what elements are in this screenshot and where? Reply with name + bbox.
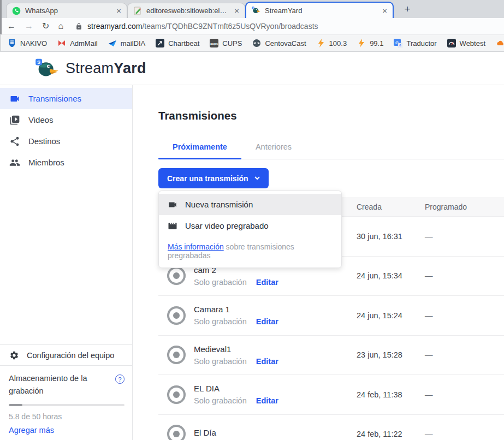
broadcast-title: Medieval1 bbox=[194, 344, 278, 354]
broadcast-title: EL DIA bbox=[194, 384, 278, 393]
header-created: Creada bbox=[357, 203, 425, 211]
gear-icon bbox=[9, 350, 19, 360]
storage-title: Almacenamiento de la grabación bbox=[9, 372, 100, 397]
sidebar-item-miembros[interactable]: Miembros bbox=[0, 152, 132, 173]
streamyard-header: S StreamYard bbox=[0, 52, 504, 85]
tab-streamyard[interactable]: S StreamYard × bbox=[245, 2, 394, 18]
add-more-link[interactable]: Agregar más bbox=[9, 426, 124, 435]
tab-close-icon[interactable]: × bbox=[382, 7, 387, 15]
bookmark-label: CentovaCast bbox=[265, 39, 306, 47]
editor-page-icon bbox=[133, 7, 142, 15]
tab-editoresweb[interactable]: editoresweb:sitioweb:eldia.co × bbox=[127, 3, 245, 18]
bookmark-admmail[interactable]: AdmMail bbox=[57, 39, 98, 47]
scheduled-cell: — bbox=[425, 232, 504, 241]
edit-link[interactable]: Editar bbox=[256, 317, 278, 326]
bookmark-label: Webtest bbox=[460, 39, 485, 47]
streamyard-favicon: S bbox=[252, 6, 260, 15]
tab-close-icon[interactable]: × bbox=[234, 7, 239, 15]
browser-window: WhatsApp × editoresweb:sitioweb:eldia.co… bbox=[0, 0, 504, 440]
tab-anteriores[interactable]: Anteriores bbox=[241, 142, 306, 159]
scheduled-cell: — bbox=[425, 271, 504, 280]
broadcast-subtitle: Solo grabación bbox=[194, 278, 247, 287]
tab-whatsapp[interactable]: WhatsApp × bbox=[6, 3, 127, 18]
svg-text:S: S bbox=[37, 60, 40, 65]
svg-text:cups: cups bbox=[210, 42, 218, 45]
mas-informacion-link[interactable]: Más información bbox=[168, 242, 224, 251]
tab-title: StreamYard bbox=[265, 7, 378, 15]
sidebar-item-videos[interactable]: Videos bbox=[0, 109, 132, 130]
created-cell: 24 jun, 15:24 bbox=[357, 311, 425, 320]
menu-item-video-pregrabado[interactable]: Usar video pregrabado bbox=[159, 215, 341, 236]
tab-title: editoresweb:sitioweb:eldia.co bbox=[146, 7, 230, 15]
url-path: /teams/TQDhBC9ZNTmft6z5UsQVRyon/broadcas… bbox=[142, 22, 318, 31]
tab-close-icon[interactable]: × bbox=[116, 7, 121, 15]
broadcast-tabs: Próximamente Anteriores bbox=[158, 142, 504, 159]
sidebar-bottom: Configuración del equipo Almacenamiento … bbox=[0, 344, 132, 440]
members-icon bbox=[9, 157, 20, 168]
brand-wordmark[interactable]: StreamYard bbox=[66, 60, 146, 77]
sidebar-item-transmisiones[interactable]: Transmisiones bbox=[0, 88, 132, 109]
bookmark-webtest[interactable]: Webtest bbox=[447, 39, 485, 47]
record-icon bbox=[167, 346, 186, 364]
bookmark-100-3[interactable]: 100.3 bbox=[317, 39, 347, 47]
streamyard-logo: S bbox=[35, 58, 59, 79]
bookmark-traductor[interactable]: Ga Traductor bbox=[394, 39, 436, 47]
video-library-icon bbox=[9, 115, 20, 126]
new-tab-button[interactable]: + bbox=[400, 2, 414, 16]
edit-link[interactable]: Editar bbox=[256, 278, 278, 287]
menu-item-label: Nueva transmisión bbox=[185, 200, 253, 209]
table-row[interactable]: El Día 24 feb, 11:22 — bbox=[158, 415, 504, 440]
maildia-icon bbox=[108, 39, 117, 47]
broadcast-subtitle: Solo grabación bbox=[194, 396, 247, 405]
header-programado: Programado bbox=[425, 203, 504, 211]
created-cell: 30 jun, 16:31 bbox=[357, 232, 425, 241]
address-bar[interactable]: streamyard.com/teams/TQDhBC9ZNTmft6z5UsQ… bbox=[75, 22, 318, 31]
help-icon[interactable]: ? bbox=[115, 374, 124, 384]
storage-usage: 5.8 de 50 horas bbox=[9, 412, 124, 421]
created-cell: 23 jun, 15:28 bbox=[357, 350, 425, 359]
page-title: Transmisiones bbox=[158, 109, 504, 122]
scheduled-cell: — bbox=[425, 311, 504, 320]
menu-item-label: Usar video pregrabado bbox=[185, 221, 269, 230]
bookmark-cups[interactable]: cups CUPS bbox=[210, 39, 242, 47]
main-content: Transmisiones Próximamente Anteriores Cr… bbox=[133, 85, 504, 440]
record-icon bbox=[167, 306, 186, 325]
team-settings-button[interactable]: Configuración del equipo bbox=[0, 344, 132, 365]
edit-link[interactable]: Editar bbox=[256, 396, 278, 405]
sidebar-item-destinos[interactable]: Destinos bbox=[0, 130, 132, 152]
browser-toolbar: ← → ↻ ⌂ streamyard.com/teams/TQDhBC9ZNTm… bbox=[0, 18, 504, 34]
home-icon[interactable]: ⌂ bbox=[58, 22, 63, 31]
reload-icon[interactable]: ↻ bbox=[42, 22, 49, 31]
table-row[interactable]: Camara 1 Solo grabaciónEditar 24 jun, 15… bbox=[158, 296, 504, 336]
create-broadcast-button[interactable]: Crear una transmisión bbox=[158, 168, 269, 188]
storage-progress bbox=[9, 404, 124, 406]
menu-item-nueva-transmision[interactable]: Nueva transmisión bbox=[159, 194, 341, 215]
table-row[interactable]: Medieval1 Solo grabaciónEditar 23 jun, 1… bbox=[158, 336, 504, 376]
bookmark-chartbeat[interactable]: Chartbeat bbox=[156, 39, 199, 47]
radio-bolt-icon bbox=[317, 39, 325, 47]
create-broadcast-wrap: Crear una transmisión Nueva transmisión … bbox=[158, 168, 269, 188]
dropdown-info: Más información sobre transmisiones preg… bbox=[159, 236, 341, 267]
record-icon bbox=[167, 425, 186, 440]
table-row[interactable]: EL DIA Solo grabaciónEditar 24 feb, 11:3… bbox=[158, 375, 504, 415]
bookmark-centovacast[interactable]: CentovaCast bbox=[252, 39, 306, 47]
created-cell: 24 feb, 11:22 bbox=[357, 430, 425, 438]
bookmark-maildia[interactable]: mailDIA bbox=[108, 39, 146, 47]
broadcast-subtitle: Solo grabación bbox=[194, 357, 247, 366]
broadcast-title: El Día bbox=[194, 428, 216, 437]
bookmark-nakivo[interactable]: NAKIVO bbox=[8, 39, 47, 47]
bookmark-cloudflare[interactable]: CloudFlare bbox=[496, 39, 504, 47]
bookmark-label: CUPS bbox=[222, 39, 242, 47]
forward-icon[interactable]: → bbox=[25, 22, 33, 31]
scheduled-cell: — bbox=[425, 390, 504, 399]
radio-bolt-icon bbox=[357, 39, 366, 47]
broadcast-subtitle: Solo grabación bbox=[194, 317, 247, 326]
video-camera-icon bbox=[168, 200, 177, 210]
record-icon bbox=[167, 266, 186, 285]
created-cell: 24 jun, 15:34 bbox=[357, 271, 425, 280]
scheduled-cell: — bbox=[425, 430, 504, 438]
tab-proximamente[interactable]: Próximamente bbox=[158, 142, 241, 159]
edit-link[interactable]: Editar bbox=[256, 357, 278, 366]
bookmark-99-1[interactable]: 99.1 bbox=[357, 39, 383, 47]
back-icon[interactable]: ← bbox=[7, 22, 16, 31]
